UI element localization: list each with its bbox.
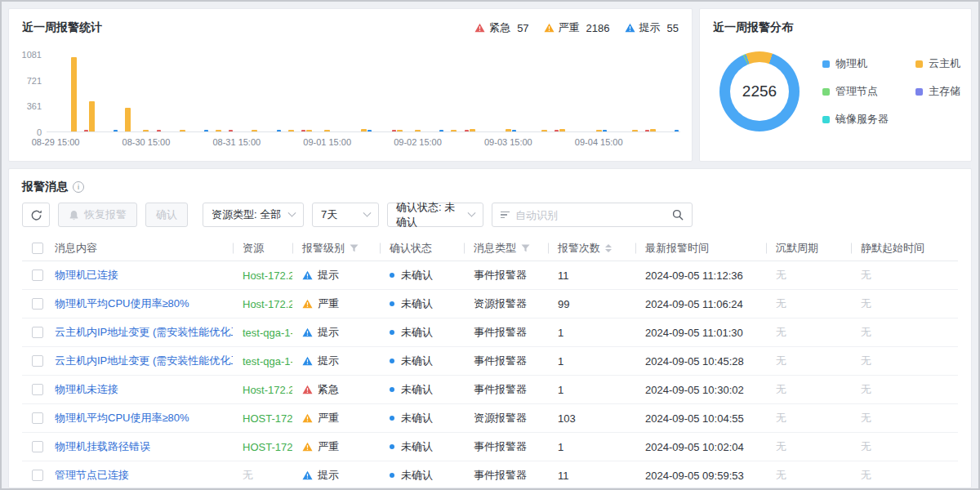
info-icon[interactable]: i <box>73 181 84 193</box>
message-link[interactable]: 云主机内IP地址变更 (需安装性能优化工具) <box>55 325 233 340</box>
row-checkbox[interactable] <box>32 384 43 395</box>
bar-group <box>264 55 282 131</box>
bar-严重 <box>470 129 475 131</box>
y-axis-label: 361 <box>27 101 42 111</box>
cell-checkbox <box>22 327 53 338</box>
bar-group <box>318 55 336 131</box>
resource-link[interactable]: test-qga-1-... <box>243 355 292 368</box>
resource-link[interactable]: Host-172.2... <box>243 384 292 396</box>
severity-triangle-icon <box>544 23 555 33</box>
bar-严重 <box>397 130 403 131</box>
cell-resource: Host-172.2... <box>233 384 292 396</box>
silence-value: 无 <box>776 468 786 483</box>
row-checkbox[interactable] <box>32 270 43 281</box>
bar-紧急 <box>157 130 161 131</box>
message-link[interactable]: 物理机已连接 <box>55 268 118 283</box>
message-link[interactable]: 管理节点已连接 <box>55 468 129 483</box>
column-header-silence[interactable]: 沉默周期 <box>766 241 851 256</box>
row-checkbox[interactable] <box>32 441 43 452</box>
level-label: 严重 <box>318 411 339 425</box>
row-checkbox[interactable] <box>32 327 43 338</box>
severity-triangle-icon <box>302 299 313 309</box>
bar-group <box>390 55 408 131</box>
filter-icon[interactable] <box>350 244 359 252</box>
refresh-button[interactable] <box>22 203 50 227</box>
stats-legend-item: 紧急57 <box>474 20 528 35</box>
bar-group <box>47 55 65 131</box>
ack-status-select[interactable]: 确认状态: 未确认 <box>387 203 483 227</box>
cell-checkbox <box>22 470 53 481</box>
column-header-type[interactable]: 消息类型 <box>464 241 548 256</box>
row-checkbox[interactable] <box>32 470 43 481</box>
row-checkbox[interactable] <box>32 355 43 367</box>
column-label: 最新报警时间 <box>645 241 709 256</box>
message-link[interactable]: 物理机平均CPU使用率≥80% <box>55 296 189 311</box>
restore-alarm-label: 恢复报警 <box>84 207 127 222</box>
restore-alarm-button[interactable]: 恢复报警 <box>58 203 137 227</box>
chevron-down-icon <box>468 208 476 216</box>
resource-link[interactable]: Host-172.2... <box>243 270 292 282</box>
bar-严重 <box>506 129 511 131</box>
column-header-count[interactable]: 报警次数 <box>548 241 635 256</box>
bar-group <box>427 55 445 131</box>
cell-level: 提示 <box>292 468 380 483</box>
period-select[interactable]: 7天 <box>312 203 379 227</box>
bar-严重 <box>288 130 294 131</box>
resource-type-select[interactable]: 资源类型: 全部 <box>203 203 304 227</box>
bar-严重 <box>632 130 638 131</box>
column-header-resource[interactable]: 资源 <box>233 241 292 256</box>
cell-silence_start: 无 <box>851 296 958 311</box>
cell-count: 1 <box>548 327 635 339</box>
cell-checkbox <box>22 355 53 367</box>
legend-label: 紧急 <box>489 20 510 35</box>
bar-group <box>590 55 608 131</box>
resource-link[interactable]: test-qga-1-... <box>243 327 292 339</box>
select-all-checkbox[interactable] <box>32 243 43 254</box>
silence-start-value: 无 <box>861 354 871 368</box>
column-header-silence_start[interactable]: 静默起始时间 <box>851 241 958 256</box>
resource-link[interactable]: HOST-172.... <box>243 412 292 425</box>
bell-icon <box>69 210 79 220</box>
resource-link[interactable]: HOST-172.... <box>243 441 292 453</box>
column-header-level[interactable]: 报警级别 <box>292 241 380 256</box>
cell-silence: 无 <box>766 439 851 454</box>
confirm-button[interactable]: 确认 <box>145 203 188 227</box>
column-header-time[interactable]: 最新报警时间 <box>635 241 766 256</box>
column-header-checkbox[interactable] <box>22 243 53 254</box>
row-checkbox[interactable] <box>32 412 43 424</box>
message-link[interactable]: 云主机内IP地址变更 (需安装性能优化工具) <box>55 354 233 368</box>
message-link[interactable]: 物理机挂载路径错误 <box>55 439 150 454</box>
cell-type: 事件报警器 <box>464 325 548 340</box>
bar-chart-plot <box>47 55 680 132</box>
messages-title-row: 报警消息 i <box>22 179 958 195</box>
column-header-content[interactable]: 消息内容 <box>53 241 233 256</box>
stats-legend-item: 提示55 <box>625 20 679 35</box>
search-icon[interactable] <box>672 209 684 220</box>
cell-resource: test-qga-1-... <box>233 327 292 339</box>
status-dot-icon <box>390 473 394 478</box>
message-link[interactable]: 物理机未连接 <box>55 382 118 397</box>
bar-group <box>282 55 300 131</box>
silence-start-value: 无 <box>861 268 871 283</box>
filter-icon[interactable] <box>521 244 530 252</box>
column-header-status[interactable]: 确认状态 <box>380 241 464 256</box>
cell-level: 提示 <box>292 325 380 340</box>
severity-triangle-icon <box>625 23 635 33</box>
resource-type-value: 资源类型: 全部 <box>212 207 281 222</box>
cell-type: 事件报警器 <box>464 354 548 368</box>
bar-严重 <box>541 130 547 131</box>
message-link[interactable]: 物理机平均CPU使用率≥80% <box>55 411 189 425</box>
bar-严重 <box>252 130 257 131</box>
row-checkbox[interactable] <box>32 298 43 310</box>
cell-level: 严重 <box>292 439 380 454</box>
legend-color-swatch <box>822 60 830 68</box>
cell-time: 2024-09-05 11:06:24 <box>635 298 766 310</box>
bar-group <box>408 55 426 131</box>
cell-count: 1 <box>548 355 635 368</box>
cell-content: 物理机已连接 <box>53 268 233 283</box>
silence-value: 无 <box>776 439 786 454</box>
sort-icon[interactable] <box>605 244 612 252</box>
resource-link[interactable]: Host-172.2... <box>243 298 292 310</box>
cell-checkbox <box>22 441 53 452</box>
search-input[interactable] <box>515 209 666 221</box>
